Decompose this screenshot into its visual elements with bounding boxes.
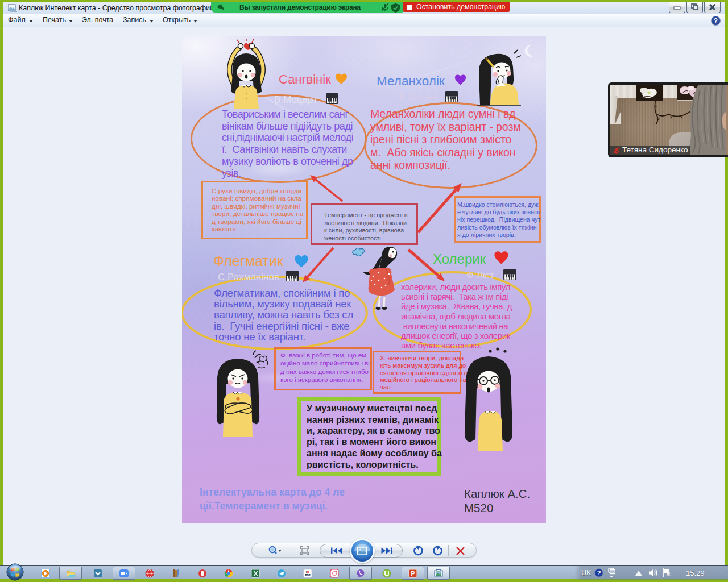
svg-text:?: ? [597, 569, 601, 576]
svg-text:P: P [411, 570, 415, 577]
svg-text:PDF: PDF [305, 574, 311, 577]
svg-text:?: ? [714, 17, 718, 25]
